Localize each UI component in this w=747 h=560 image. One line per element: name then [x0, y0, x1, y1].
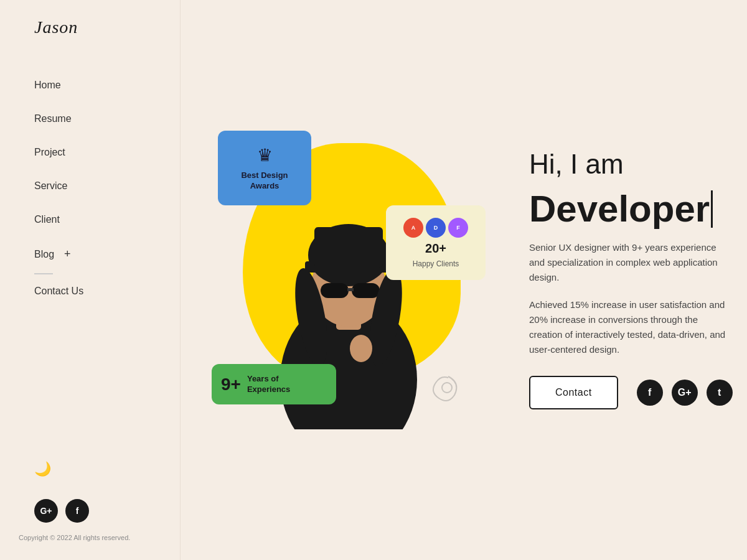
logo[interactable]: Jason [0, 0, 96, 50]
years-text: Years of Experiencs [247, 374, 290, 395]
svg-point-12 [442, 383, 452, 393]
sidebar-item-project[interactable]: Project [0, 136, 180, 169]
svg-point-11 [350, 335, 372, 362]
bio-text: Senior UX designer with 9+ years experie… [529, 240, 733, 285]
cursor-blink [711, 190, 713, 228]
sidebar-item-resume[interactable]: Resume [0, 102, 180, 136]
sidebar-google-plus-icon[interactable]: G+ [34, 499, 58, 523]
client-logos: A D F [403, 218, 468, 238]
achievement-text: Achieved 15% increase in user satisfacti… [529, 297, 733, 357]
hero-twitter-icon[interactable]: t [707, 380, 733, 406]
crown-icon: ♛ [257, 145, 273, 166]
hero-facebook-icon[interactable]: f [637, 380, 663, 406]
main-content: ♛ Best Design Awards A D F 20+ Happy Cli… [181, 0, 747, 560]
social-icons-row: f G+ t [637, 380, 733, 406]
sidebar: Jason Home Resume Project Service Client… [0, 0, 181, 560]
svg-rect-7 [352, 283, 380, 298]
hero-title: Developer [529, 190, 733, 228]
svg-rect-5 [314, 227, 383, 268]
greeting-text: Hi, I am [529, 151, 733, 178]
nav-menu: Home Resume Project Service Client Blog … [0, 68, 180, 452]
happy-clients-card: A D F 20+ Happy Clients [386, 205, 486, 280]
sidebar-item-home[interactable]: Home [0, 68, 180, 102]
sidebar-item-client[interactable]: Client [0, 203, 180, 236]
cta-row: Contact f G+ t [529, 376, 733, 409]
hero-section: ♛ Best Design Awards A D F 20+ Happy Cli… [181, 0, 747, 560]
dark-mode-button[interactable]: 🌙 [0, 452, 70, 487]
d-logo: D [426, 218, 446, 238]
years-number: 9+ [221, 375, 241, 394]
svg-rect-6 [321, 283, 349, 298]
sidebar-item-contact[interactable]: Contact Us [0, 274, 180, 308]
clients-label: Happy Clients [413, 259, 459, 268]
hero-google-plus-icon[interactable]: G+ [672, 380, 698, 406]
sidebar-item-blog[interactable]: Blog + [0, 236, 180, 272]
clients-count: 20+ [425, 241, 446, 256]
best-design-title: Best Design Awards [241, 170, 288, 192]
contact-button[interactable]: Contact [529, 376, 618, 409]
visual-area: ♛ Best Design Awards A D F 20+ Happy Cli… [205, 93, 492, 467]
years-card: 9+ Years of Experiencs [212, 364, 336, 404]
sidebar-item-service[interactable]: Service [0, 169, 180, 203]
right-content: Hi, I am Developer Senior UX designer wi… [492, 151, 733, 409]
svg-rect-8 [347, 288, 354, 291]
sidebar-social: G+ f [0, 487, 108, 529]
figma-logo: F [448, 218, 468, 238]
adobe-logo: A [403, 218, 423, 238]
copyright-text: Copyright © 2022 All rights reserved. [0, 529, 149, 541]
sidebar-facebook-icon[interactable]: f [65, 499, 89, 523]
best-design-card: ♛ Best Design Awards [218, 131, 311, 205]
